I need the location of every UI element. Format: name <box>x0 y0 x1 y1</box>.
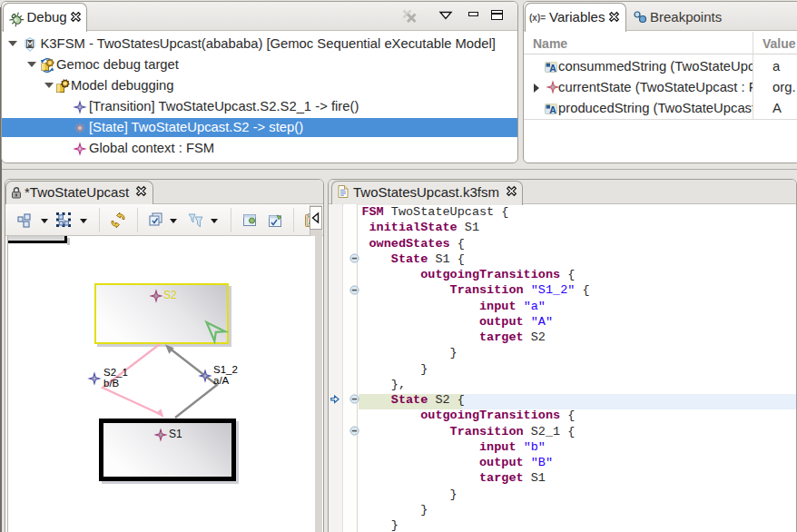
svg-text:A: A <box>549 63 556 74</box>
svg-text:A: A <box>549 104 556 115</box>
